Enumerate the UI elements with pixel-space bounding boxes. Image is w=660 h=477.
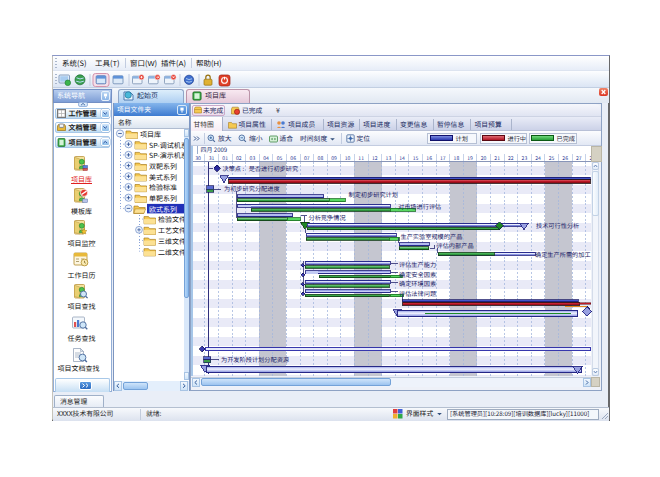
svg-text:决策点 : 是否进行初步研究: 决策点 : 是否进行初步研究 — [223, 164, 299, 173]
svg-text:四月 2009: 四月 2009 — [201, 146, 228, 154]
svg-text:生产实验室规模的产品: 生产实验室规模的产品 — [401, 232, 463, 241]
svg-text:评估法律问题: 评估法律问题 — [399, 289, 436, 298]
svg-text:10: 10 — [345, 154, 351, 161]
svg-text:14: 14 — [399, 154, 405, 161]
svg-text:SP-演示机系: SP-演示机系 — [149, 150, 184, 160]
svg-text:17: 17 — [440, 154, 446, 161]
svg-text:二维文件: 二维文件 — [158, 247, 184, 257]
svg-text:13: 13 — [386, 154, 392, 161]
svg-text:双靶系列: 双靶系列 — [149, 161, 177, 171]
svg-text:18: 18 — [454, 154, 460, 161]
svg-text:单靶系列: 单靶系列 — [149, 193, 177, 203]
svg-text:SP-调试机系: SP-调试机系 — [149, 140, 184, 150]
svg-text:01: 01 — [222, 154, 228, 161]
svg-text:分析竞争情况: 分析竞争情况 — [309, 213, 346, 222]
svg-text:项目库: 项目库 — [140, 129, 161, 139]
svg-text:确定环境因素: 确定环境因素 — [399, 279, 436, 288]
svg-text:确定安全因素: 确定安全因素 — [399, 270, 436, 279]
svg-text:08: 08 — [318, 154, 324, 161]
svg-text:23: 23 — [522, 154, 528, 161]
svg-text:工艺文件: 工艺文件 — [158, 225, 184, 235]
svg-text:31: 31 — [209, 154, 215, 161]
svg-text:15: 15 — [413, 154, 419, 161]
svg-text:技术可行性分析: 技术可行性分析 — [536, 221, 579, 230]
svg-text:30: 30 — [195, 154, 201, 161]
svg-text:确定生产所需的加工: 确定生产所需的加工 — [535, 250, 591, 259]
svg-text:19: 19 — [467, 154, 473, 161]
svg-text:20: 20 — [481, 154, 487, 161]
svg-text:06: 06 — [290, 154, 296, 161]
svg-text:为开发阶段计划分配资源: 为开发阶段计划分配资源 — [221, 355, 289, 364]
svg-text:21: 21 — [494, 154, 500, 161]
svg-text:12: 12 — [372, 154, 378, 161]
svg-text:22: 22 — [508, 154, 514, 161]
svg-text:11: 11 — [358, 154, 364, 161]
svg-text:09: 09 — [331, 154, 337, 161]
svg-text:07: 07 — [304, 154, 310, 161]
svg-text:评估内部产品: 评估内部产品 — [437, 241, 474, 250]
svg-text:美式系列: 美式系列 — [149, 172, 177, 182]
svg-text:04: 04 — [263, 154, 269, 161]
svg-text:05: 05 — [277, 154, 283, 161]
svg-text:02: 02 — [236, 154, 242, 161]
svg-text:16: 16 — [426, 154, 432, 161]
svg-text:为初步研究分配进度: 为初步研究分配进度 — [224, 184, 280, 193]
svg-text:26: 26 — [562, 154, 568, 161]
svg-text:检验标准: 检验标准 — [149, 182, 177, 192]
svg-text:三维文件: 三维文件 — [158, 236, 184, 246]
svg-text:制定初步研究计划: 制定初步研究计划 — [349, 190, 399, 199]
svg-text:欧式系列: 欧式系列 — [149, 204, 177, 214]
svg-text:检验文件: 检验文件 — [158, 214, 184, 224]
svg-text:27: 27 — [576, 154, 582, 161]
svg-text:评估生产能力: 评估生产能力 — [399, 260, 436, 269]
svg-text:25: 25 — [549, 154, 555, 161]
svg-text:03: 03 — [250, 154, 256, 161]
svg-text:对市场进行评估: 对市场进行评估 — [398, 202, 441, 211]
svg-text:24: 24 — [535, 154, 541, 161]
